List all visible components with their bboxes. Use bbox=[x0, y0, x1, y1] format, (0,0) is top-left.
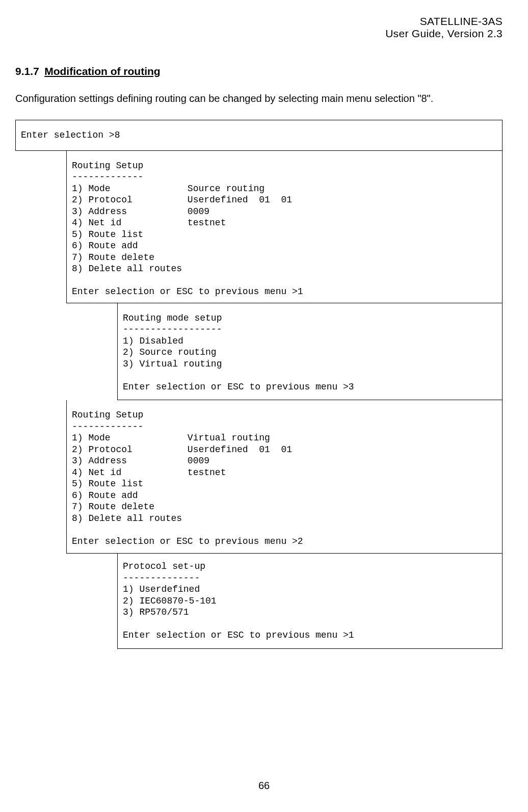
section-heading: 9.1.7 Modification of routing bbox=[15, 65, 503, 77]
terminal-box-routing-setup-2: Routing Setup ------------- 1) Mode Virt… bbox=[66, 400, 503, 554]
guide-version: User Guide, Version 2.3 bbox=[385, 28, 503, 39]
document-header: SATELLINE-3AS User Guide, Version 2.3 bbox=[15, 15, 503, 40]
page-number: 66 bbox=[0, 780, 528, 792]
terminal-box-routing-setup-1: Routing Setup ------------- 1) Mode Sour… bbox=[66, 151, 503, 303]
terminal-box-enter-selection: Enter selection >8 bbox=[15, 120, 503, 151]
product-name: SATELLINE-3AS bbox=[420, 15, 503, 27]
section-number: 9.1.7 bbox=[15, 65, 39, 77]
intro-paragraph: Configuration settings defining routing … bbox=[15, 93, 503, 104]
terminal-box-routing-mode-setup: Routing mode setup ------------------ 1)… bbox=[117, 303, 503, 401]
section-title: Modification of routing bbox=[44, 65, 160, 77]
terminal-box-protocol-setup: Protocol set-up -------------- 1) Userde… bbox=[117, 554, 503, 649]
